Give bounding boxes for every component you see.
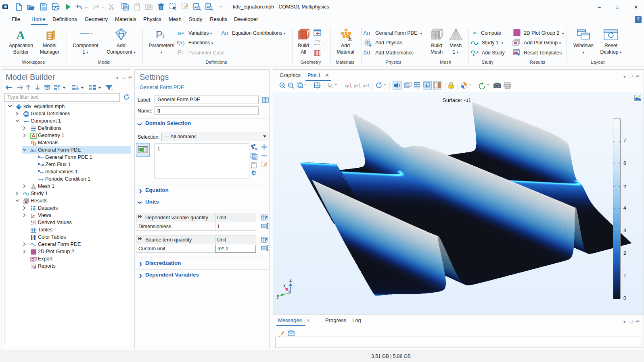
svg-text:Δu: Δu <box>30 148 36 153</box>
svg-text:y: y <box>277 293 279 299</box>
svg-text:8.85: 8.85 <box>31 220 36 223</box>
svg-text:xy: xy <box>345 83 349 88</box>
svg-text:yz: yz <box>354 83 358 88</box>
svg-text:z: z <box>289 277 292 283</box>
svg-text:x: x <box>283 283 286 289</box>
svg-text:xz: xz <box>363 83 368 88</box>
svg-text:e-12: e-12 <box>31 223 36 226</box>
